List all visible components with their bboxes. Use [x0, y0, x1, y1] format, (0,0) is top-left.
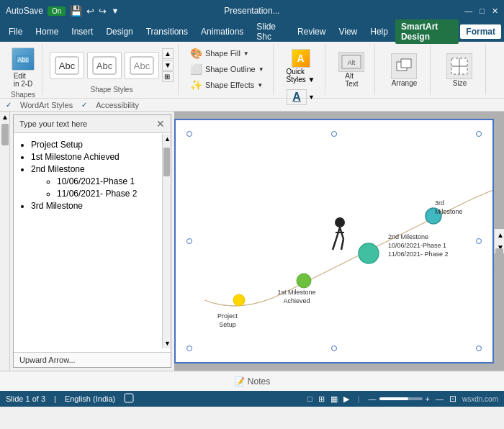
shapes-group-label: Shapes: [11, 89, 35, 99]
save-icon[interactable]: 💾: [70, 5, 82, 17]
menu-home[interactable]: Home: [30, 24, 64, 39]
alt-text-button[interactable]: Alt AltText: [333, 49, 370, 91]
size-label: Size: [453, 79, 467, 87]
autosave-toggle[interactable]: On: [48, 6, 66, 16]
alt-text-label: AltText: [345, 72, 358, 88]
scrollbar-thumb[interactable]: [495, 248, 503, 270]
menu-transitions[interactable]: Transitions: [140, 24, 194, 39]
style-scroll-down[interactable]: ▼: [162, 60, 174, 71]
text-a-row: A ▼: [287, 89, 315, 105]
shape-styles-content: Abc Abc Abc ▲ ▼ ⊞: [50, 46, 174, 84]
notes-bar[interactable]: 📝 Notes: [0, 371, 504, 391]
window-controls: — □ ✕: [464, 6, 498, 16]
size-button[interactable]: Size: [438, 50, 481, 90]
alt-text-icon: Alt: [338, 52, 364, 72]
quick-styles-label: QuickStyles ▼: [287, 68, 315, 83]
person-figure: [333, 217, 345, 250]
menu-slideshow[interactable]: Slide Shc: [251, 19, 290, 44]
edit-2d-icon: Abc: [12, 48, 35, 71]
shape-fill-label: Shape Fill: [205, 49, 240, 58]
text-scroll-down[interactable]: ▼: [163, 338, 171, 348]
style-btn-1[interactable]: Abc: [50, 52, 84, 79]
shape-outline-button[interactable]: ⬜ Shape Outline ▼: [186, 62, 269, 76]
svg-text:Abc: Abc: [96, 60, 113, 71]
shapes-group: Abc Editin 2-D Shapes: [4, 45, 42, 95]
view-slidesorter-btn[interactable]: ⊞: [318, 394, 325, 404]
label-m2-title: 2nd Milestone: [388, 233, 428, 240]
redo-icon[interactable]: ↪: [99, 6, 107, 17]
handle-br[interactable]: [476, 346, 482, 351]
wordart-styles-label: WordArt Styles: [20, 101, 73, 109]
quick-styles-button[interactable]: A QuickStyles ▼: [281, 46, 321, 86]
edit-in-2d-button[interactable]: Abc Editin 2-D: [9, 46, 37, 89]
alt-text-content: Alt AltText: [333, 46, 370, 94]
minimize-btn[interactable]: —: [464, 6, 472, 16]
close-btn[interactable]: ✕: [492, 6, 498, 16]
fit-page-btn[interactable]: ⊡: [449, 394, 456, 404]
ribbon-bottom: ✓ WordArt Styles ✓ Accessibility: [0, 98, 504, 111]
menu-review[interactable]: Review: [292, 24, 331, 39]
label-m1-line1: 1st Milestone: [277, 289, 315, 296]
outline-item-3: 2nd Milestone 10/06/2021-Phase 1 11/06/2…: [31, 164, 165, 199]
svg-text:Abc: Abc: [134, 60, 150, 71]
wordart-content: A QuickStyles ▼ A ▼: [281, 46, 321, 105]
label-m2-phase2: 11/06/2021- Phase 2: [388, 250, 449, 258]
text-pane-header: Type your text here ✕: [14, 115, 171, 133]
view-normal-btn[interactable]: □: [307, 394, 312, 403]
handle-bm[interactable]: [331, 346, 337, 351]
handle-bl[interactable]: [186, 346, 192, 351]
menu-help[interactable]: Help: [364, 24, 394, 39]
shape-effects-button[interactable]: ✨ Shape Effects ▼: [186, 78, 267, 92]
view-slideshow-btn[interactable]: ▶: [343, 394, 349, 404]
outline-sublist-3: 10/06/2021-Phase 1 11/06/2021- Phase 2: [31, 176, 165, 199]
view-reading-btn[interactable]: ▦: [330, 394, 338, 404]
svg-text:Alt: Alt: [348, 59, 356, 66]
text-pane-close-btn[interactable]: ✕: [156, 118, 165, 130]
shape-fill-button[interactable]: 🎨 Shape Fill ▼: [186, 46, 253, 60]
effects-dropdown-arrow: ▼: [257, 82, 263, 89]
menu-animations[interactable]: Animations: [195, 24, 249, 39]
shape-properties-group: 🎨 Shape Fill ▼ ⬜ Shape Outline ▼ ✨ Shape…: [181, 45, 274, 95]
shapes-group-content: Abc Editin 2-D: [9, 46, 37, 89]
menu-file[interactable]: File: [3, 24, 28, 39]
customize-icon[interactable]: ▼: [111, 6, 119, 15]
maximize-btn[interactable]: □: [480, 6, 485, 16]
outline-item-4: 3rd Milestone: [31, 201, 165, 211]
alt-text-group: Alt AltText: [328, 45, 375, 95]
smartart-svg: Project Setup 1st Milestone Achieved 2nd…: [183, 127, 494, 343]
label-project-setup: Project: [217, 312, 238, 320]
zoom-bar[interactable]: [379, 397, 423, 400]
outline-subitem-3a: 10/06/2021-Phase 1: [57, 176, 165, 186]
notes-icon: 📝: [234, 376, 245, 387]
slide-container: Project Setup 1st Milestone Achieved 2nd…: [174, 112, 504, 371]
menu-format[interactable]: Format: [460, 24, 501, 39]
style-more-btn[interactable]: ⊞: [162, 71, 174, 82]
slide[interactable]: Project Setup 1st Milestone Achieved 2nd…: [174, 119, 494, 363]
menu-insert[interactable]: Insert: [66, 24, 99, 39]
menu-view[interactable]: View: [333, 24, 363, 39]
arrange-button[interactable]: Arrange: [382, 50, 426, 90]
text-a-dropdown[interactable]: ▼: [308, 94, 315, 101]
dot-project-setup: [233, 294, 245, 306]
fill-dropdown-arrow: ▼: [243, 50, 249, 57]
arrow-body: [204, 171, 494, 306]
label-m1-line2: Achieved: [283, 297, 310, 304]
scroll-up-btn[interactable]: ▲: [0, 112, 9, 122]
outline-item-2: 1st Milestone Achieved: [31, 152, 165, 162]
menu-smartart-design[interactable]: SmartArt Design: [395, 19, 459, 44]
undo-icon[interactable]: ↩: [86, 6, 94, 17]
text-pane-title: Type your text here: [19, 119, 87, 128]
app-title: Presentation...: [224, 6, 279, 16]
style-btn-3[interactable]: Abc: [125, 52, 159, 79]
zoom-out-btn[interactable]: —: [369, 394, 377, 403]
checkmark-wordart: ✓: [6, 101, 12, 109]
text-scroll-up[interactable]: ▲: [163, 134, 171, 144]
label-project-setup2: Setup: [219, 321, 236, 328]
svg-line-18: [333, 239, 336, 250]
style-scroll-up[interactable]: ▲: [162, 48, 174, 59]
style-btn-2[interactable]: Abc: [87, 52, 122, 79]
scrollbar-up-btn[interactable]: ▲: [495, 229, 504, 241]
right-scrollbar: ▲ ▼: [494, 229, 504, 253]
zoom-in-btn[interactable]: +: [426, 394, 430, 403]
menu-design[interactable]: Design: [100, 24, 138, 39]
